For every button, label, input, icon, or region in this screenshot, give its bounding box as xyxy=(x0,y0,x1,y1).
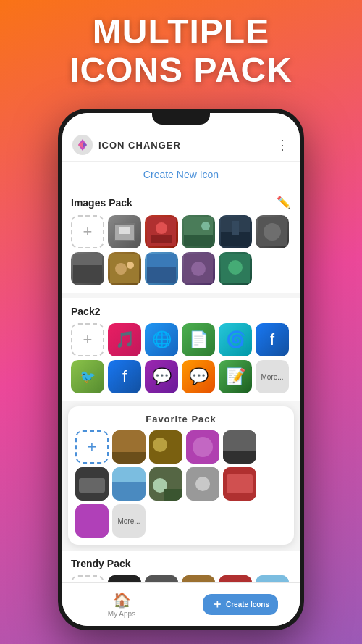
trendy-pack-title: Trendy Pack xyxy=(71,558,131,569)
fav-cell-6[interactable] xyxy=(112,467,146,501)
pack2-icon-doc[interactable]: 📄 xyxy=(182,323,215,356)
favorite-pack-title: Favorite Pack xyxy=(75,414,287,425)
image-cell-3[interactable] xyxy=(182,215,215,248)
favorite-pack-section: Favorite Pack + xyxy=(68,406,294,545)
pack2-grid: + 🎵 🌐 📄 🌀 f 🐦 f 💬 💬 📝 More... xyxy=(71,323,291,393)
create-new-icon-label: Create New Icon xyxy=(143,169,219,180)
phone-screen: ICON CHANGER ⋮ Create New Icon Images Pa… xyxy=(62,113,300,626)
pack2-icon-app2[interactable]: 🌀 xyxy=(219,323,252,356)
favorite-pack-grid: + xyxy=(75,430,287,538)
svg-rect-16 xyxy=(73,265,102,283)
add-image-cell[interactable]: + xyxy=(71,215,104,248)
pack2-section: Pack2 + 🎵 🌐 📄 🌀 f 🐦 f 💬 💬 📝 More... xyxy=(62,298,300,401)
image-cell-2[interactable] xyxy=(145,215,178,248)
svg-rect-27 xyxy=(112,452,146,464)
hero-section: MULTIPLE ICONS PACK xyxy=(0,0,362,97)
svg-rect-6 xyxy=(151,235,172,243)
svg-rect-45 xyxy=(75,504,109,538)
create-label: Create Icons xyxy=(226,601,269,609)
image-cell-9[interactable] xyxy=(182,252,215,285)
fav-cell-9[interactable] xyxy=(223,467,256,501)
app-logo xyxy=(72,135,93,155)
fav-cell-3[interactable] xyxy=(186,430,219,464)
nav-item-create[interactable]: ＋ Create Icons xyxy=(181,594,300,615)
image-cell-5[interactable] xyxy=(256,215,289,248)
fav-cell-1[interactable] xyxy=(112,430,146,464)
svg-point-5 xyxy=(156,222,167,234)
fav-cell-4[interactable] xyxy=(223,430,256,464)
pack2-icon-msg2[interactable]: 💬 xyxy=(182,360,215,393)
fav-cell-5[interactable] xyxy=(75,467,109,501)
fav-cell-2[interactable] xyxy=(149,430,182,464)
pack2-icon-notes[interactable]: 📝 xyxy=(219,360,252,393)
create-plus-icon: ＋ xyxy=(211,597,223,612)
svg-rect-21 xyxy=(147,267,176,283)
svg-point-31 xyxy=(193,437,213,457)
image-cell-8[interactable] xyxy=(145,252,178,285)
pack2-more-button[interactable]: More... xyxy=(256,360,289,393)
nav-item-apps[interactable]: 🏠 My Apps xyxy=(62,591,181,618)
image-cell-10[interactable] xyxy=(219,252,252,285)
scroll-content: Images Pack ✏️ + xyxy=(62,188,300,607)
edit-icon[interactable]: ✏️ xyxy=(277,196,291,209)
images-pack-section: Images Pack ✏️ + xyxy=(62,188,300,293)
image-cell-7[interactable] xyxy=(108,252,141,285)
image-cell-1[interactable] xyxy=(108,215,141,248)
images-pack-grid: + xyxy=(71,215,291,285)
svg-rect-3 xyxy=(119,227,130,234)
svg-point-18 xyxy=(115,263,127,275)
svg-rect-8 xyxy=(184,235,213,246)
images-pack-header: Images Pack ✏️ xyxy=(71,196,291,209)
favorite-add-cell[interactable]: + xyxy=(75,430,109,464)
pack2-icon-facebook[interactable]: f xyxy=(256,323,289,356)
create-icons-button[interactable]: ＋ Create Icons xyxy=(203,594,278,615)
svg-rect-12 xyxy=(232,221,239,235)
pack2-icon-ie[interactable]: 🌐 xyxy=(145,323,178,356)
images-pack-title: Images Pack xyxy=(71,197,132,209)
bottom-navigation: 🏠 My Apps ＋ Create Icons xyxy=(62,582,300,626)
svg-point-29 xyxy=(153,438,167,452)
svg-point-19 xyxy=(127,262,134,269)
apps-icon: 🏠 xyxy=(113,591,131,609)
image-cell-6[interactable] xyxy=(71,252,104,285)
fav-cell-10[interactable] xyxy=(75,504,109,538)
pack2-icon-twitter[interactable]: 🐦 xyxy=(71,360,104,393)
pack2-icon-fb2[interactable]: f xyxy=(108,360,141,393)
pack2-header: Pack2 xyxy=(71,306,291,317)
svg-rect-40 xyxy=(164,489,182,501)
app-title: ICON CHANGER xyxy=(98,140,276,151)
svg-point-42 xyxy=(195,477,210,491)
svg-point-23 xyxy=(191,262,206,276)
pack2-icon-messenger[interactable]: 💬 xyxy=(145,360,178,393)
phone-mockup: ICON CHANGER ⋮ Create New Icon Images Pa… xyxy=(58,109,304,630)
svg-rect-37 xyxy=(112,482,146,501)
favorite-more-button[interactable]: More... xyxy=(112,504,146,538)
pack2-add-cell[interactable]: + xyxy=(71,323,104,356)
apps-label: My Apps xyxy=(108,610,135,618)
create-new-icon-bar[interactable]: Create New Icon xyxy=(62,162,300,188)
image-cell-4[interactable] xyxy=(219,215,252,248)
svg-point-14 xyxy=(264,223,281,241)
svg-rect-35 xyxy=(79,478,105,493)
fav-cell-8[interactable] xyxy=(186,467,219,501)
phone-notch xyxy=(152,109,210,125)
fav-cell-7[interactable] xyxy=(149,467,182,501)
svg-rect-33 xyxy=(223,451,256,464)
pack2-title: Pack2 xyxy=(71,306,100,317)
pack2-icon-music[interactable]: 🎵 xyxy=(108,323,141,356)
svg-point-9 xyxy=(201,222,210,230)
svg-point-25 xyxy=(228,260,243,275)
hero-title: MULTIPLE ICONS PACK xyxy=(0,13,362,90)
svg-rect-44 xyxy=(227,474,253,493)
trendy-pack-header: Trendy Pack xyxy=(71,558,291,569)
more-menu-icon[interactable]: ⋮ xyxy=(276,137,290,153)
